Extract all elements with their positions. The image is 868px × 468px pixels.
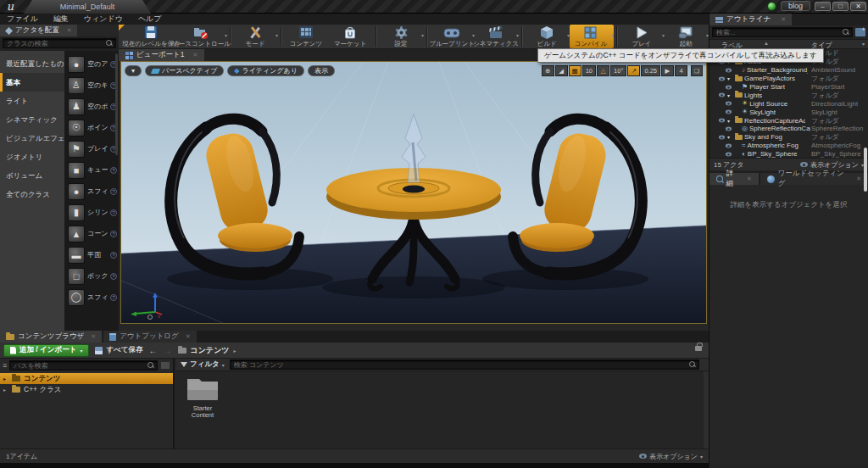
close-icon[interactable]: ✕ bbox=[186, 333, 191, 340]
modes-button[interactable]: モード ▾ bbox=[234, 25, 278, 48]
actor-category[interactable]: ジオメトリ bbox=[0, 148, 64, 166]
visibility-eye-icon[interactable] bbox=[726, 85, 732, 89]
outliner-row[interactable]: ♪ Starter_Background_Cue AmbientSound bbox=[709, 66, 868, 75]
grid-snap-button[interactable]: ▦ bbox=[569, 65, 581, 76]
menu-item[interactable]: ファイル bbox=[7, 14, 38, 25]
minimize-button[interactable]: – bbox=[815, 2, 831, 11]
expander-icon[interactable]: ▾ bbox=[727, 92, 733, 98]
placeable-actor-item[interactable]: ● 空のア ? bbox=[64, 53, 119, 75]
grid-snap-value[interactable]: 10 bbox=[582, 65, 596, 76]
close-icon[interactable]: ✕ bbox=[91, 333, 96, 340]
close-icon[interactable]: ✕ bbox=[67, 27, 72, 34]
visibility-eye-icon[interactable] bbox=[726, 102, 732, 106]
actor-thumbnail-icon[interactable]: ▮ bbox=[68, 204, 85, 221]
save-level-button[interactable]: 現在のレベルを保存 bbox=[127, 25, 177, 48]
expander-icon[interactable]: ▸ bbox=[3, 376, 8, 382]
tab-world-settings[interactable]: ワールドセッティング ✕ bbox=[760, 173, 868, 185]
blog-button[interactable]: blog bbox=[781, 1, 810, 11]
actor-category[interactable]: ライト bbox=[0, 92, 64, 110]
outliner-row[interactable]: ☀ Light Source DirectionalLight bbox=[709, 99, 868, 108]
help-icon[interactable]: ? bbox=[110, 273, 117, 280]
asset-search-input[interactable] bbox=[231, 361, 689, 369]
placeable-actor-item[interactable]: ■ キュー ? bbox=[64, 159, 119, 181]
surface-snap-button[interactable]: ◢ bbox=[555, 65, 568, 76]
actor-thumbnail-icon[interactable]: ▬ bbox=[68, 247, 85, 264]
actor-category[interactable]: 最近配置したもの bbox=[0, 54, 64, 73]
help-icon[interactable]: ? bbox=[110, 188, 117, 195]
actor-category[interactable]: 基本 bbox=[0, 73, 64, 92]
build-button[interactable]: ビルド ▾ bbox=[526, 25, 570, 48]
content-tree-row[interactable]: ▸ C++ クラス bbox=[0, 384, 173, 395]
help-icon[interactable]: ? bbox=[110, 252, 117, 259]
tab-viewport-1[interactable]: ビューポート1 ✕ bbox=[119, 49, 204, 61]
path-search-input[interactable] bbox=[10, 362, 147, 370]
outliner-row[interactable]: ≈ Atmospheric Fog AtmosphericFog bbox=[709, 142, 868, 150]
rotation-snap-value[interactable]: 10° bbox=[610, 65, 626, 76]
actor-thumbnail-icon[interactable]: ● bbox=[68, 183, 85, 200]
breadcrumb[interactable]: コンテンツ ▸ bbox=[178, 345, 236, 356]
close-icon[interactable]: ✕ bbox=[193, 52, 198, 58]
actor-thumbnail-icon[interactable]: □ bbox=[68, 268, 85, 285]
actor-thumbnail-icon[interactable]: ⚑ bbox=[68, 141, 85, 158]
menu-item[interactable]: 編集 bbox=[53, 14, 69, 25]
scrollbar[interactable] bbox=[115, 53, 118, 155]
close-icon[interactable]: ✕ bbox=[856, 176, 861, 182]
add-import-button[interactable]: 追加 / インポート ▾ bbox=[3, 344, 89, 357]
show-button[interactable]: 表示 bbox=[308, 65, 335, 76]
visibility-eye-icon[interactable] bbox=[726, 152, 732, 156]
sources-toggle-icon[interactable]: ≡ bbox=[3, 361, 7, 370]
actor-category[interactable]: ビジュアルエフェクト bbox=[0, 129, 64, 148]
filters-button[interactable]: フィルタ ▾ bbox=[181, 359, 225, 370]
actor-thumbnail-icon[interactable]: ♙ bbox=[68, 77, 85, 94]
scale-snap-value[interactable]: 0.25 bbox=[641, 65, 660, 76]
visibility-eye-icon[interactable] bbox=[719, 135, 725, 139]
outliner-row[interactable]: ◐ BP_Sky_Sphere BP_Sky_Sphere bbox=[709, 150, 868, 158]
class-search-input[interactable] bbox=[3, 40, 106, 47]
actor-thumbnail-icon[interactable]: ◯ bbox=[68, 289, 85, 306]
back-button[interactable]: ← bbox=[149, 346, 158, 355]
outliner-search-input[interactable] bbox=[713, 29, 843, 36]
placeable-actor-item[interactable]: ● スフィア ? bbox=[64, 181, 119, 202]
menu-item[interactable]: ウィンドウ bbox=[84, 14, 123, 25]
viewport-options-button[interactable]: ▾ bbox=[125, 65, 142, 76]
content-tree-row[interactable]: ▸ コンテンツ bbox=[0, 373, 173, 384]
close-icon[interactable]: ✕ bbox=[781, 16, 786, 23]
view-mode-button[interactable]: ◆ ライティングあり bbox=[227, 65, 304, 76]
visibility-eye-icon[interactable] bbox=[726, 127, 732, 131]
placeable-actor-item[interactable]: ◯ スフィア ? bbox=[64, 287, 119, 308]
expander-icon[interactable]: ▾ bbox=[727, 134, 733, 140]
placeable-actor-item[interactable]: ☉ ポイント ? bbox=[64, 117, 119, 138]
actor-category[interactable]: ボリューム bbox=[0, 166, 64, 185]
actor-category[interactable]: 全てのクラス bbox=[0, 185, 64, 203]
actor-thumbnail-icon[interactable]: ▲ bbox=[68, 226, 85, 242]
scale-snap-button[interactable]: ↗ bbox=[627, 65, 640, 76]
visibility-eye-icon[interactable] bbox=[726, 68, 732, 72]
source-control-button[interactable]: ソースコントロール ▾ bbox=[177, 25, 227, 48]
outliner-row[interactable]: ▾ Sky and Fog フォルダ bbox=[709, 133, 868, 142]
outliner-row[interactable]: ▾ ReflectionCaptureActors フォルダ bbox=[709, 116, 868, 125]
visibility-eye-icon[interactable] bbox=[719, 93, 725, 98]
lock-icon[interactable] bbox=[695, 346, 702, 351]
content-button[interactable]: コンテンツ bbox=[285, 25, 329, 48]
actor-thumbnail-icon[interactable]: ● bbox=[68, 56, 85, 73]
level-viewport[interactable]: ▾ パースペクティブ ◆ ライティングあり 表示 ⊕ ◢ ▦ 10 △ 10° … bbox=[120, 61, 707, 324]
close-button[interactable]: ✕ bbox=[850, 2, 866, 11]
actor-thumbnail-icon[interactable]: ■ bbox=[68, 162, 85, 179]
scrollbar[interactable] bbox=[864, 148, 867, 192]
help-icon[interactable]: ? bbox=[110, 294, 117, 301]
camera-speed-value[interactable]: 4 bbox=[675, 65, 687, 76]
folder-filter-icon[interactable] bbox=[160, 361, 170, 370]
close-icon[interactable]: ✕ bbox=[747, 176, 752, 182]
play-button[interactable]: プレイ ▾ bbox=[620, 25, 665, 48]
tab-world-outliner[interactable]: アウトライナ ✕ bbox=[709, 14, 792, 25]
help-icon[interactable]: ? bbox=[110, 231, 117, 237]
placeable-actor-item[interactable]: ▮ シリン ? bbox=[64, 202, 119, 223]
visibility-eye-icon[interactable] bbox=[726, 110, 732, 114]
forward-button[interactable]: → bbox=[164, 346, 172, 355]
type-filter-icon[interactable]: ▾ bbox=[862, 41, 865, 47]
expander-icon[interactable]: ▸ bbox=[3, 387, 8, 393]
rotation-snap-button[interactable]: △ bbox=[597, 65, 609, 76]
placeable-actor-item[interactable]: ⚑ プレイヤ ? bbox=[64, 138, 119, 159]
new-folder-icon[interactable] bbox=[855, 28, 865, 36]
expander-icon[interactable]: ▾ bbox=[727, 75, 733, 81]
